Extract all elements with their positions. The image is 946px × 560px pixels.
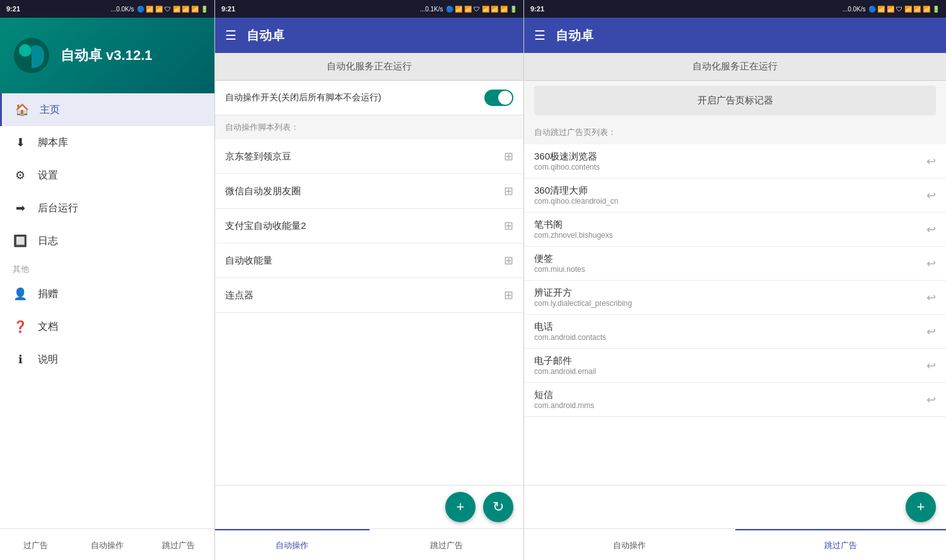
sidebar-bottom-tabs: 过广告 自动操作 跳过广告: [0, 528, 214, 560]
docs-icon: ❓: [13, 319, 28, 334]
scripts-section-label: 自动操作脚本列表：: [215, 115, 523, 139]
script-name-4: 连点器: [225, 289, 254, 301]
script-action-icon-2[interactable]: ⊞: [504, 219, 513, 233]
svg-point-1: [19, 44, 32, 57]
script-item-2[interactable]: 支付宝自动收能量2 ⊞: [215, 209, 523, 243]
sidebar-nav: 🏠 主页 ⬇ 脚本库 ⚙ 设置 ➡ 后台运行 🔲 日志 其他 👤 捐赠 ❓ 文档: [0, 93, 214, 528]
network-skip: ...0.0K/s 🔵 📶 📶 🛡 📶 📶 📶 🔋: [843, 6, 940, 13]
ad-item-package-7: com.android.mms: [534, 401, 594, 410]
ad-list: 360极速浏览器 com.qihoo.contents ↩ 360清理大师 co…: [524, 144, 946, 485]
tab-auto-sidebar[interactable]: 自动操作: [71, 529, 143, 560]
tab-skipad-sidebar[interactable]: 过广告: [0, 529, 71, 560]
main-panel: 9:21 ...0.1K/s 🔵 📶 📶 🛡 📶 📶 📶 🔋 ☰ 自动卓 自动化…: [214, 0, 523, 560]
status-bar-sidebar: 9:21 ...0.0K/s 🔵 📶 📶 🛡 📶 📶 📶 🔋: [0, 0, 214, 18]
ad-item-package-3: com.miui.notes: [534, 265, 585, 274]
ad-item-3[interactable]: 便签 com.miui.notes ↩: [524, 247, 946, 281]
download-icon: ⬇: [13, 135, 28, 150]
status-banner-skip: 自动化服务正在运行: [524, 53, 946, 81]
script-action-icon-0[interactable]: ⊞: [504, 149, 513, 163]
home-icon: 🏠: [15, 102, 30, 117]
tab-auto-main[interactable]: 自动操作: [215, 529, 370, 560]
ad-item-name-7: 短信: [534, 389, 594, 401]
sidebar-item-docs[interactable]: ❓ 文档: [0, 310, 214, 343]
script-item-0[interactable]: 京东签到领京豆 ⊞: [215, 139, 523, 174]
ad-item-name-2: 笔书阁: [534, 219, 613, 231]
menu-icon-skip[interactable]: ☰: [534, 28, 546, 43]
sidebar-panel: 9:21 ...0.0K/s 🔵 📶 📶 🛡 📶 📶 📶 🔋 自动卓 v3.12…: [0, 0, 214, 560]
time-sidebar: 9:21: [6, 5, 20, 13]
sidebar-header: 自动卓 v3.12.1: [0, 18, 214, 93]
script-name-2: 支付宝自动收能量2: [225, 220, 306, 232]
sidebar-item-settings[interactable]: ⚙ 设置: [0, 159, 214, 192]
ad-item-action-6[interactable]: ↩: [926, 359, 936, 373]
appbar-main: ☰ 自动卓: [215, 18, 523, 53]
appbar-skip: ☰ 自动卓: [524, 18, 946, 53]
tab-skip-skip[interactable]: 跳过广告: [735, 529, 947, 560]
appbar-title-main: 自动卓: [247, 27, 284, 44]
add-ad-button[interactable]: +: [906, 492, 936, 522]
sidebar-item-settings-label: 设置: [38, 169, 58, 182]
script-action-icon-4[interactable]: ⊞: [504, 288, 513, 302]
sidebar-item-scripts-label: 脚本库: [38, 136, 68, 149]
ad-item-action-0[interactable]: ↩: [926, 155, 936, 168]
time-skip: 9:21: [530, 5, 544, 13]
sidebar-item-about[interactable]: ℹ 说明: [0, 343, 214, 376]
add-script-button[interactable]: +: [445, 492, 476, 522]
ad-item-package-5: com.android.contacts: [534, 333, 606, 342]
menu-icon-main[interactable]: ☰: [225, 28, 237, 43]
script-action-icon-3[interactable]: ⊞: [504, 254, 513, 267]
main-bottom-tabs: 自动操作 跳过广告: [215, 528, 523, 560]
time-main: 9:21: [221, 5, 235, 13]
script-item-3[interactable]: 自动收能量 ⊞: [215, 243, 523, 278]
appbar-title-skip: 自动卓: [556, 27, 593, 44]
sidebar-item-scripts[interactable]: ⬇ 脚本库: [0, 126, 214, 159]
ad-item-action-1[interactable]: ↩: [926, 189, 936, 202]
automation-toggle[interactable]: [484, 90, 513, 106]
sidebar-app-title: 自动卓 v3.12.1: [61, 46, 153, 65]
sidebar-item-logs-label: 日志: [38, 235, 58, 248]
sidebar-item-about-label: 说明: [38, 353, 58, 366]
sidebar-item-home[interactable]: 🏠 主页: [0, 93, 214, 126]
sidebar-item-donate-label: 捐赠: [38, 288, 58, 301]
gear-icon: ⚙: [13, 168, 28, 183]
status-banner-main: 自动化服务正在运行: [215, 53, 523, 81]
ad-item-action-4[interactable]: ↩: [926, 291, 936, 305]
ad-item-action-3[interactable]: ↩: [926, 257, 936, 271]
ad-item-action-7[interactable]: ↩: [926, 393, 936, 407]
ad-item-4[interactable]: 辨证开方 com.ly.dialectical_prescribing ↩: [524, 281, 946, 315]
ad-item-2[interactable]: 笔书阁 com.zhnovel.bishugexs ↩: [524, 213, 946, 247]
ad-item-name-4: 辨证开方: [534, 287, 632, 299]
sidebar-item-logs[interactable]: 🔲 日志: [0, 225, 214, 257]
script-item-1[interactable]: 微信自动发朋友圈 ⊞: [215, 174, 523, 209]
ad-item-action-2[interactable]: ↩: [926, 223, 936, 236]
ad-item-name-5: 电话: [534, 321, 606, 333]
ad-item-5[interactable]: 电话 com.android.contacts ↩: [524, 315, 946, 349]
tab-skip-sidebar[interactable]: 跳过广告: [143, 529, 214, 560]
sidebar-item-donate[interactable]: 👤 捐赠: [0, 277, 214, 310]
ad-item-0[interactable]: 360极速浏览器 com.qihoo.contents ↩: [524, 144, 946, 178]
network-sidebar: ...0.0K/s 🔵 📶 📶 🛡 📶 📶 📶 🔋: [111, 6, 208, 13]
skipad-panel: 9:21 ...0.0K/s 🔵 📶 📶 🛡 📶 📶 📶 🔋 ☰ 自动卓 自动化…: [523, 0, 946, 560]
ad-item-1[interactable]: 360清理大师 com.qihoo.cleandroid_cn ↩: [524, 178, 946, 213]
script-name-0: 京东签到领京豆: [225, 151, 291, 163]
fab-area-main: + ↻: [215, 485, 523, 528]
ad-item-6[interactable]: 电子邮件 com.android.email ↩: [524, 349, 946, 383]
ad-item-name-0: 360极速浏览器: [534, 151, 600, 163]
ad-item-7[interactable]: 短信 com.android.mms ↩: [524, 383, 946, 417]
ad-marker-button[interactable]: 开启广告页标记器: [534, 86, 936, 115]
script-list: 京东签到领京豆 ⊞ 微信自动发朋友圈 ⊞ 支付宝自动收能量2 ⊞ 自动收能量 ⊞…: [215, 139, 523, 485]
ad-item-action-5[interactable]: ↩: [926, 325, 936, 339]
ad-item-package-4: com.ly.dialectical_prescribing: [534, 299, 632, 308]
app-logo: [13, 37, 50, 74]
sidebar-item-docs-label: 文档: [38, 320, 58, 334]
script-action-icon-1[interactable]: ⊞: [504, 184, 513, 198]
ad-item-package-0: com.qihoo.contents: [534, 163, 600, 172]
tab-skip-main[interactable]: 跳过广告: [370, 529, 524, 560]
donate-icon: 👤: [13, 286, 28, 301]
tab-auto-skip[interactable]: 自动操作: [524, 529, 735, 560]
refresh-button[interactable]: ↻: [483, 492, 513, 522]
sidebar-item-background[interactable]: ➡ 后台运行: [0, 192, 214, 225]
ad-item-name-6: 电子邮件: [534, 355, 596, 367]
ad-section-label: 自动跳过广告页列表：: [524, 120, 946, 144]
script-item-4[interactable]: 连点器 ⊞: [215, 278, 523, 313]
